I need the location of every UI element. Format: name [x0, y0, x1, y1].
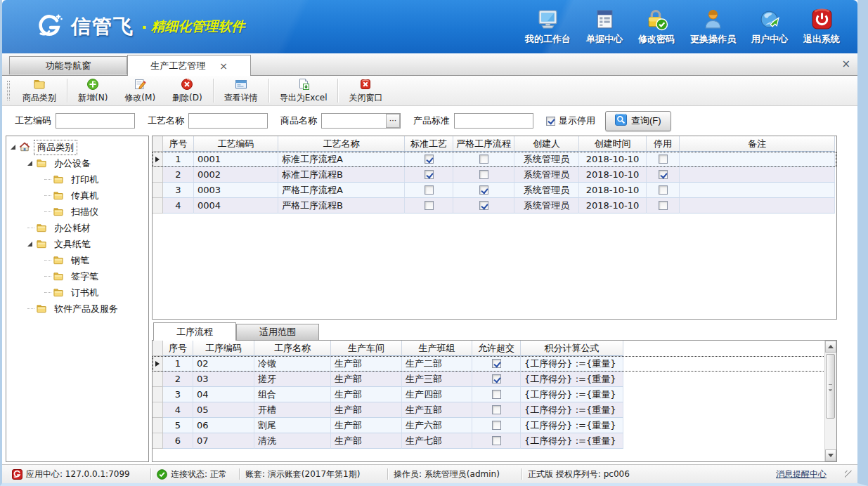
header-nav-workbench-monitor[interactable]: 我的工作台	[517, 8, 578, 46]
show-disabled-checkbox[interactable]: 显示停用	[546, 114, 595, 127]
column-header[interactable]: 工艺编码	[194, 136, 278, 152]
header-nav-user-center-globe[interactable]: 用户中心	[744, 8, 796, 46]
tree-item[interactable]: 软件产品及服务	[6, 301, 148, 317]
expander-triangle-icon[interactable]	[27, 242, 32, 247]
tree-item[interactable]: 打印机	[6, 171, 148, 188]
tree-item[interactable]: 传真机	[6, 188, 148, 204]
toolbar-button-delete[interactable]: 删除(D)	[164, 77, 211, 105]
column-header[interactable]: 严格工序流程	[453, 136, 514, 152]
resize-grip[interactable]	[845, 471, 852, 478]
checkbox-icon[interactable]	[479, 201, 488, 210]
table-cell: 5	[163, 418, 193, 433]
query-button[interactable]: 查询(F)	[605, 111, 671, 131]
filter-input-3[interactable]	[454, 113, 533, 129]
column-header[interactable]: 工艺名称	[278, 136, 405, 152]
folder-icon	[53, 271, 67, 282]
column-header[interactable]: 创建人	[514, 136, 579, 152]
column-header[interactable]: 积分计算公式	[521, 341, 623, 356]
row-marker-cell	[153, 433, 163, 449]
column-header[interactable]: 序号	[163, 136, 194, 152]
column-header[interactable]: 生产车间	[331, 341, 402, 356]
checkbox-icon[interactable]	[659, 201, 668, 210]
filter-input-1[interactable]	[188, 113, 268, 129]
tab-function-nav[interactable]: 功能导航窗	[9, 56, 127, 74]
step-table-row[interactable]: 607清洗生产部生产七部{工序得分} :={重量}	[153, 433, 836, 449]
toolbar-button-view-detail[interactable]: 查看详情	[216, 77, 266, 105]
process-table-row[interactable]: 20002标准工序流程B系统管理员2018-10-10	[153, 167, 836, 183]
tab-apply-scope[interactable]: 适用范围	[236, 324, 319, 340]
table-cell: 04	[193, 387, 254, 402]
tabstrip-close-icon[interactable]: ×	[841, 58, 850, 70]
process-table-row[interactable]: 40004严格工序流程B系统管理员2018-10-10	[153, 198, 836, 214]
tab-close-icon[interactable]: ×	[219, 60, 228, 72]
tab-production-process[interactable]: 生产工艺管理 ×	[127, 55, 251, 76]
vertical-scrollbar[interactable]	[824, 341, 836, 461]
filter-label: 商品名称	[280, 114, 317, 127]
expander-triangle-icon[interactable]	[27, 161, 32, 166]
scroll-up-button[interactable]	[825, 341, 836, 353]
filter-input-0[interactable]	[56, 113, 135, 129]
checkbox-icon[interactable]	[492, 390, 501, 399]
tree-item[interactable]: 商品类别	[6, 139, 148, 155]
checkbox-icon[interactable]	[492, 436, 501, 445]
tree-item[interactable]: 签字笔	[6, 268, 148, 284]
column-header[interactable]: 工序名称	[254, 341, 331, 356]
toolbar-button-add[interactable]: 新增(N)	[70, 77, 116, 105]
checkbox-icon[interactable]	[425, 170, 434, 179]
message-center-link[interactable]: 消息提醒中心	[772, 468, 845, 480]
category-folder-icon	[33, 78, 46, 91]
checkbox-icon[interactable]	[425, 185, 434, 195]
tree-connector	[44, 179, 51, 180]
toolbar-grip[interactable]	[7, 81, 10, 100]
step-table: 序号工序编码工序名称生产车间生产班组允许超交积分计算公式102冷镦生产部生产二部…	[152, 340, 837, 462]
step-table-row[interactable]: 506割尾生产部生产六部{工序得分} :={重量}	[153, 418, 836, 433]
checkbox-icon[interactable]	[425, 201, 434, 210]
toolbar-button-category-folder[interactable]: 商品类别	[14, 77, 65, 105]
toolbar-button-close-window[interactable]: 关闭窗口	[340, 77, 391, 105]
tree-item[interactable]: 办公耗材	[6, 220, 148, 236]
checkbox-icon[interactable]	[659, 155, 668, 164]
toolbar-button-edit[interactable]: 修改(M)	[116, 77, 164, 105]
column-header[interactable]: 允许超交	[472, 341, 521, 356]
tree-item[interactable]: 钢笔	[6, 252, 148, 268]
checkbox-icon[interactable]	[492, 374, 501, 383]
checkbox-icon[interactable]	[492, 421, 501, 430]
column-header[interactable]: 生产班组	[402, 341, 472, 356]
column-header[interactable]: 停用	[647, 136, 680, 152]
scroll-down-button[interactable]	[825, 449, 836, 461]
checkbox-icon[interactable]	[479, 170, 488, 179]
checkbox-icon[interactable]	[659, 185, 668, 195]
process-table-row[interactable]: 10001标准工序流程A系统管理员2018-10-10	[153, 152, 836, 167]
scroll-thumb[interactable]	[826, 354, 835, 419]
checkbox-icon[interactable]	[479, 155, 488, 164]
tree-item[interactable]: 文具纸笔	[6, 236, 148, 252]
checkbox-icon[interactable]	[425, 155, 434, 164]
header-nav-password-lock[interactable]: 修改密码	[630, 8, 682, 46]
checkbox-icon[interactable]	[492, 359, 501, 368]
tree-item[interactable]: 扫描仪	[6, 204, 148, 220]
checkbox-icon[interactable]	[546, 117, 555, 126]
expander-triangle-icon[interactable]	[11, 145, 15, 150]
tree-item[interactable]: 办公设备	[6, 155, 148, 171]
header-nav-operator-person[interactable]: 更换操作员	[682, 8, 744, 46]
header-nav-exit-power[interactable]: 退出系统	[796, 8, 848, 46]
checkbox-icon[interactable]	[492, 405, 501, 414]
column-header[interactable]: 序号	[163, 341, 193, 356]
toolbar-button-export-excel[interactable]: 导出为Excel	[271, 77, 336, 105]
step-table-row[interactable]: 304组合生产部生产四部{工序得分} :={重量}	[153, 387, 836, 402]
column-header[interactable]: 工序编码	[193, 341, 254, 356]
column-header[interactable]: 创建时间	[579, 136, 647, 152]
tree-item[interactable]: 订书机	[6, 284, 148, 301]
step-table-row[interactable]: 203搓牙生产部生产三部{工序得分} :={重量}	[153, 372, 836, 387]
table-cell: 2018-10-10	[579, 183, 647, 198]
column-header[interactable]: 备注	[680, 136, 835, 152]
checkbox-icon[interactable]	[659, 170, 668, 179]
lookup-picker-button[interactable]: ···	[386, 114, 400, 128]
header-nav-document-center[interactable]: 单据中心	[578, 8, 630, 46]
tab-step-flow[interactable]: 工序流程	[153, 322, 236, 341]
step-table-row[interactable]: 102冷镦生产部生产二部{工序得分} :={重量}	[153, 356, 836, 372]
process-table-row[interactable]: 30003严格工序流程A系统管理员2018-10-10	[153, 183, 836, 198]
checkbox-icon[interactable]	[479, 185, 488, 195]
column-header[interactable]: 标准工艺	[405, 136, 453, 152]
step-table-row[interactable]: 405开槽生产部生产五部{工序得分} :={重量}	[153, 402, 836, 418]
